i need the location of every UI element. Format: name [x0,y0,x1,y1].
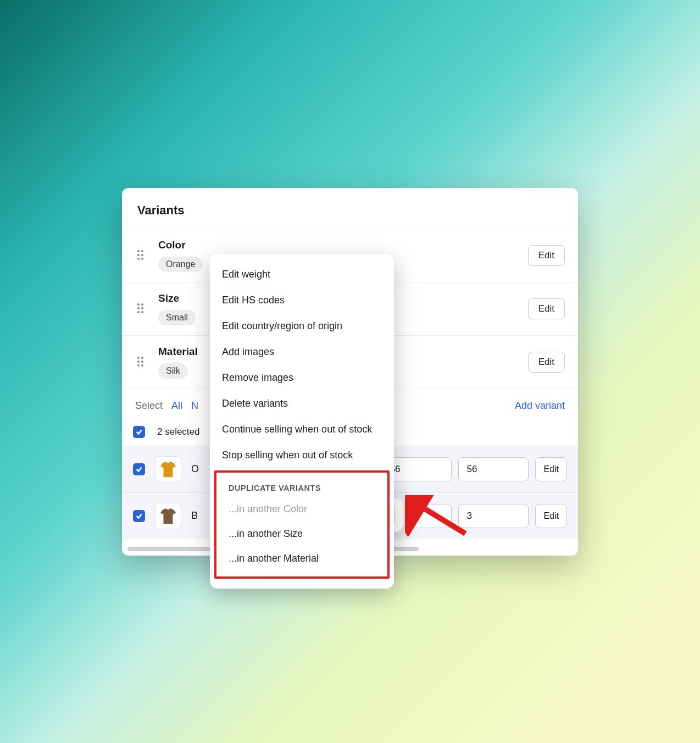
svg-line-0 [416,503,465,534]
menu-item-continue-selling[interactable]: Continue selling when out of stock [210,417,394,442]
menu-item-dup-color: ...in another Color [216,497,387,522]
menu-item-stop-selling[interactable]: Stop selling when out of stock [210,442,394,468]
variant-checkbox[interactable] [133,463,145,475]
option-value-chip: Silk [158,363,188,379]
bulk-actions-popup: Edit weight Edit HS codes Edit country/r… [210,254,394,589]
menu-item-add-images[interactable]: Add images [210,339,394,365]
menu-item-dup-material[interactable]: ...in another Material [216,546,387,571]
menu-item-edit-hs-codes[interactable]: Edit HS codes [210,287,394,313]
menu-item-delete-variants[interactable]: Delete variants [210,391,394,417]
selected-count-text: 2 selected [157,426,200,437]
menu-item-dup-size[interactable]: ...in another Size [216,522,387,546]
select-all-checkbox[interactable] [133,426,145,438]
select-label: Select [135,400,163,412]
tshirt-icon [159,507,177,525]
edit-option-button[interactable]: Edit [528,298,565,319]
menu-item-edit-country[interactable]: Edit country/region of origin [210,313,394,339]
duplicate-variants-section: DUPLICATE VARIANTS ...in another Color .… [214,470,390,579]
tshirt-icon [159,460,177,479]
drag-handle-icon[interactable] [135,303,146,314]
select-all-link[interactable]: All [171,400,182,412]
panel-title: Variants [122,188,578,229]
variant-thumbnail[interactable] [155,503,181,529]
edit-option-button[interactable]: Edit [528,245,565,266]
variants-panel: Variants Color Orange Edit Size Small Ed… [122,188,578,556]
variant-thumbnail[interactable] [155,456,181,483]
annotation-arrow-icon [405,495,471,539]
select-none-link[interactable]: N [191,400,198,412]
variant-value-input-2[interactable] [458,457,529,481]
duplicate-variants-header: DUPLICATE VARIANTS [216,473,387,497]
variant-label: B [191,510,200,522]
variant-checkbox[interactable] [133,510,145,522]
drag-handle-icon[interactable] [135,357,146,368]
option-name-label: Color [158,239,516,251]
edit-variant-button[interactable]: Edit [535,504,567,528]
variant-label: O [191,463,200,475]
edit-variant-button[interactable]: Edit [535,457,567,481]
edit-option-button[interactable]: Edit [528,352,565,373]
drag-handle-icon[interactable] [135,250,146,261]
menu-item-edit-weight[interactable]: Edit weight [210,262,394,287]
option-value-chip: Orange [158,257,203,272]
menu-item-remove-images[interactable]: Remove images [210,365,394,391]
option-value-chip: Small [158,310,196,325]
add-variant-link[interactable]: Add variant [515,400,565,412]
